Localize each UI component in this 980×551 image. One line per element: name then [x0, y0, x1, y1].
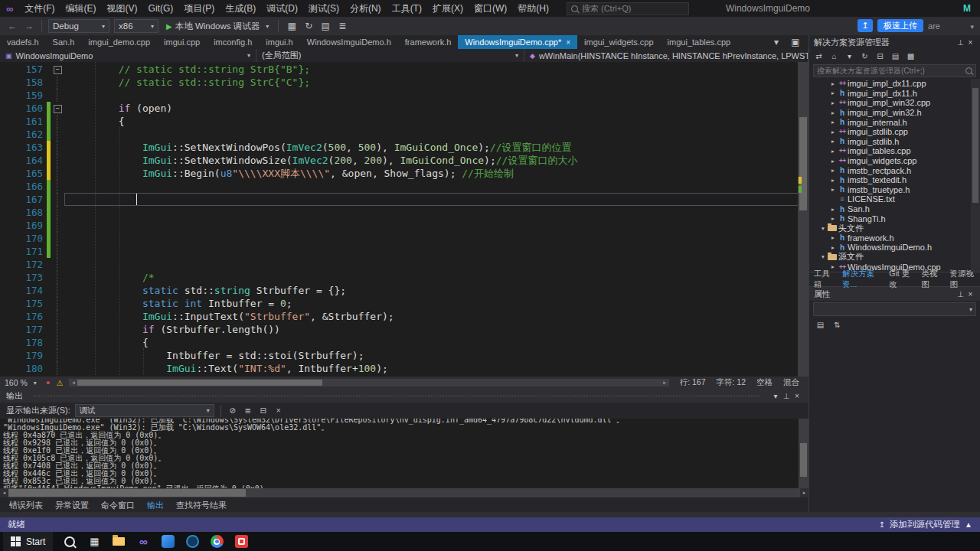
tree-item[interactable]: ▸himstb_rectpack.h	[809, 165, 980, 175]
platform-dropdown[interactable]: x86▾	[114, 19, 158, 33]
editor-tab[interactable]: WindowsImguiDemo.h	[300, 35, 398, 49]
chevron-right-icon[interactable]: ▸	[829, 90, 837, 96]
code-line[interactable]: 161 {	[0, 115, 808, 128]
explorer-tab[interactable]: 资源视图	[945, 269, 980, 290]
line-ending-indicator[interactable]: 混合	[783, 377, 799, 388]
explorer-tab[interactable]: 解决方案资...	[838, 269, 884, 290]
close-output-icon[interactable]: ×	[273, 406, 284, 415]
health-indicator-icon[interactable]: ●	[46, 379, 50, 386]
account-avatar[interactable]: M	[963, 3, 971, 14]
chevron-right-icon[interactable]: ▸	[829, 158, 837, 165]
chevron-right-icon[interactable]: ▸	[829, 138, 837, 145]
scrollbar-thumb[interactable]	[8, 489, 246, 497]
float-window-icon[interactable]: ▣	[789, 37, 802, 47]
menu-item[interactable]: 分析(N)	[345, 0, 387, 17]
explorer-tab[interactable]: 工具箱	[809, 269, 838, 290]
navigate-back-icon[interactable]: ←	[6, 21, 18, 31]
quick-search-box[interactable]: 搜索 (Ctrl+Q)	[567, 2, 689, 15]
editor-tab[interactable]: imgui.cpp	[157, 35, 207, 49]
code-line[interactable]: 158 // static std::string StrC{"C"};	[0, 76, 808, 89]
scrollbar-thumb[interactable]	[800, 443, 807, 477]
home-icon[interactable]: ⌂	[829, 52, 839, 60]
code-line[interactable]: 171	[0, 245, 808, 258]
tree-item[interactable]: ▸himstb_truetype.h	[809, 185, 980, 195]
code-line[interactable]: 163 ImGui::SetNextWindowPos(ImVec2(500, …	[0, 141, 808, 154]
attach-icon[interactable]: ▦	[285, 21, 299, 31]
dark-app-icon[interactable]	[182, 532, 202, 551]
task-view-icon[interactable]: ▦	[84, 532, 104, 551]
chevron-right-icon[interactable]: ▸	[829, 186, 837, 193]
code-line[interactable]: 159	[0, 89, 808, 102]
code-line[interactable]: 176 ImGui::InputText("Strbuffer", &Strbu…	[0, 310, 808, 323]
code-line[interactable]: 175 static int Intbuffer = 0;	[0, 297, 808, 310]
switch-views-icon[interactable]: ⇄	[814, 52, 824, 60]
chevron-right-icon[interactable]: ▸	[829, 148, 837, 155]
tree-item[interactable]: ▸hframework.h	[809, 233, 980, 243]
panel-tab[interactable]: 异常设置	[49, 497, 95, 513]
tree-item[interactable]: ▾源文件	[809, 253, 980, 262]
output-vertical-scrollbar[interactable]	[799, 419, 808, 488]
categorized-icon[interactable]: ▤	[815, 321, 825, 329]
visual-studio-icon[interactable]: ∞	[133, 532, 153, 551]
fold-margin[interactable]: −	[51, 63, 64, 76]
project-dropdown[interactable]: ▣ WindowsImguiDemo ▾	[0, 49, 256, 62]
editor-tab[interactable]: imgui_widgets.cpp	[577, 35, 661, 49]
editor-tab[interactable]: imconfig.h	[207, 35, 259, 49]
code-line[interactable]: 172	[0, 258, 808, 271]
fold-collapse-icon[interactable]: −	[54, 66, 62, 74]
menu-item[interactable]: 工具(T)	[387, 0, 427, 17]
close-icon[interactable]: ×	[965, 290, 975, 298]
upload-shortcut-icon[interactable]: ↥	[858, 19, 873, 32]
word-wrap-icon[interactable]: ≣	[243, 406, 253, 415]
tree-item[interactable]: ▸++imgui_stdlib.cpp	[809, 127, 980, 137]
code-line[interactable]: 179 Intbuffer = std::stoi(Strbuffer);	[0, 349, 808, 362]
scroll-lock-icon[interactable]: ⊟	[258, 406, 269, 415]
code-line[interactable]: 170	[0, 232, 808, 245]
red-app-icon[interactable]	[231, 532, 251, 551]
start-debugging-button[interactable]: ▶ 本地 Windows 调试器 ▾	[163, 18, 272, 34]
chevron-right-icon[interactable]: ▸	[829, 206, 837, 213]
source-control-button[interactable]: ↥ 添加到源代码管理 ▲	[879, 519, 972, 530]
code-line[interactable]: 174 static std::string Strbuffer = {};	[0, 284, 808, 297]
chevron-right-icon[interactable]: ▸	[829, 177, 837, 184]
code-line[interactable]: 165 ImGui::Begin(u8"\\\\XXX脚本\\\\", &ope…	[0, 167, 808, 180]
tree-item[interactable]: ▸++imgui_tables.cpp	[809, 146, 980, 156]
warning-icon[interactable]: ⚠	[56, 379, 63, 387]
code-line[interactable]: 157− // static std::string StrB{"B"};	[0, 63, 808, 76]
member-dropdown[interactable]: ◆ wWinMain(HINSTANCE hInstance, HINSTANC…	[524, 49, 808, 62]
list-icon[interactable]: ≣	[335, 21, 349, 31]
chevron-right-icon[interactable]: ▸	[829, 109, 837, 116]
tree-item[interactable]: ▸himgui_internal.h	[809, 117, 980, 127]
drag-handle[interactable]	[34, 396, 760, 396]
explorer-tab[interactable]: 类视图	[916, 269, 945, 290]
clear-all-icon[interactable]: ⊘	[227, 406, 238, 415]
scroll-left-icon[interactable]: ◂	[69, 380, 77, 386]
code-line[interactable]: 160− if (open)	[0, 102, 808, 115]
menu-item[interactable]: 编辑(E)	[60, 0, 102, 17]
output-horizontal-scrollbar[interactable]: ◂ ▸	[0, 488, 808, 497]
code-line[interactable]: 164 ImGui::SetNextWindowSize(ImVec2(200,…	[0, 154, 808, 167]
tree-item[interactable]: ▸++imgui_impl_win32.cpp	[809, 98, 980, 108]
close-tab-icon[interactable]: ×	[566, 38, 570, 47]
tree-item[interactable]: ▸hShangTi.h	[809, 214, 980, 223]
tree-item[interactable]: ≡LICENSE.txt	[809, 194, 980, 204]
close-icon[interactable]: ×	[792, 392, 802, 400]
menu-item[interactable]: 调试(D)	[261, 0, 303, 17]
menu-item[interactable]: 扩展(X)	[427, 0, 469, 17]
chevron-down-icon[interactable]: ▾	[819, 253, 827, 260]
show-all-files-icon[interactable]: ▤	[890, 52, 900, 60]
blue-app-icon[interactable]	[158, 532, 178, 551]
fold-margin[interactable]: −	[51, 102, 64, 115]
editor-tab[interactable]: framework.h	[398, 35, 459, 49]
solution-search-box[interactable]: 搜索解决方案资源管理器(Ctrl+;)	[813, 64, 976, 77]
tree-item[interactable]: ▸++imgui_widgets.cpp	[809, 156, 980, 166]
code-line[interactable]: 177 if (Strbuffer.length())	[0, 323, 808, 336]
hot-reload-icon[interactable]: ↻	[302, 21, 315, 31]
editor-vertical-scrollbar[interactable]	[798, 62, 808, 377]
scope-dropdown[interactable]: (全局范围) ▾	[256, 49, 524, 62]
chevron-right-icon[interactable]: ▸	[829, 80, 837, 87]
chevron-right-icon[interactable]: ▸	[829, 244, 837, 251]
navigate-forward-icon[interactable]: →	[23, 21, 35, 31]
tree-item[interactable]: ▸hWindowsImguiDemo.h	[809, 243, 980, 253]
tree-item[interactable]: ▾头文件	[809, 223, 980, 233]
